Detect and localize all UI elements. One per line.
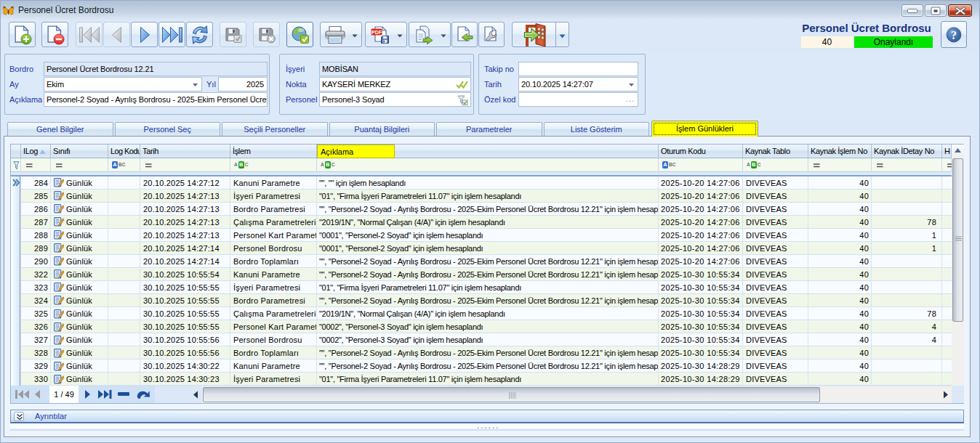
svg-text:?: ? xyxy=(951,28,957,41)
svg-text:PDF: PDF xyxy=(371,30,382,35)
